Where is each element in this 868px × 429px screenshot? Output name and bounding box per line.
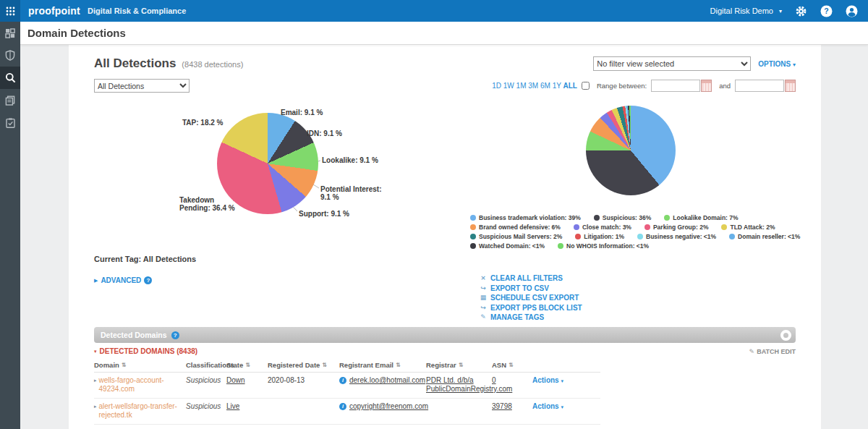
actions-dropdown[interactable]: Actions ▾ (532, 376, 563, 384)
clipboard-check-icon (6, 118, 15, 128)
table-row: ▸wells-fargo-account-49234.comSuspicious… (94, 373, 600, 399)
column-label: Registered Date (268, 361, 320, 369)
action-link-clear-all-filters[interactable]: ×CLEAR ALL FILTERS (480, 273, 582, 284)
range-preset-1y[interactable]: 1Y (553, 82, 561, 90)
legend-item[interactable]: TLD Attack: 2% (721, 224, 775, 231)
registrant-email-link[interactable]: copyright@freenom.com (349, 402, 428, 411)
info-icon[interactable]: i (339, 403, 346, 410)
sidebar-item-tasks[interactable] (0, 111, 20, 134)
legend-item[interactable]: Business trademark violation: 39% (470, 214, 581, 221)
sort-icon[interactable]: ⇅ (396, 362, 401, 368)
action-label: EXPORT PPS BLOCK LIST (490, 303, 582, 313)
legend-dot-icon (575, 234, 581, 239)
svg-text:?: ? (824, 7, 828, 15)
classification-value: Suspicious (186, 402, 221, 410)
action-link-export-pps-block-list[interactable]: ↪EXPORT PPS BLOCK LIST (480, 303, 582, 313)
sidebar-item-brand-protection[interactable] (0, 44, 20, 67)
sort-icon[interactable]: ⇅ (509, 362, 514, 368)
domain-cell: ▸wells-fargo-account-49234.com (94, 376, 186, 394)
legend-dot-icon (664, 215, 670, 221)
info-icon[interactable]: ? (171, 331, 179, 339)
legend-dot-icon (594, 215, 600, 221)
detected-domains-bar[interactable]: Detected Domains ? (94, 327, 796, 343)
legend-dot-icon (637, 234, 643, 239)
legend-item[interactable]: Brand owned defensive: 6% (470, 224, 561, 231)
legend-item[interactable]: Watched Domain: <1% (470, 242, 545, 250)
range-between-checkbox[interactable] (582, 82, 590, 90)
range-start-input[interactable] (651, 80, 700, 92)
range-preset-all[interactable]: ALL (563, 82, 576, 90)
sidebar-item-reports[interactable] (0, 89, 20, 111)
table-header-row: Domain⇅ClassificationsState⇅Registered D… (94, 361, 600, 373)
sort-icon[interactable]: ⇅ (459, 362, 464, 368)
legend-item[interactable]: Close match: 3% (574, 224, 631, 231)
domain-link[interactable]: alert-wellsfargo-transfer-rejected.tk (99, 402, 180, 420)
options-menu[interactable]: OPTIONS ▾ (758, 60, 796, 68)
asn-link[interactable]: 0 (492, 376, 496, 384)
legend-item[interactable]: Lookalike Domain: 7% (664, 214, 738, 221)
legend-item[interactable]: Suspicious: 36% (594, 214, 652, 221)
action-link-schedule-csv-export[interactable]: ▦SCHEDULE CSV EXPORT (480, 293, 582, 303)
info-icon[interactable]: i (339, 377, 346, 384)
range-preset-6m[interactable]: 6M (540, 82, 550, 90)
range-preset-1d[interactable]: 1D (492, 82, 501, 90)
batch-edit-label: BATCH EDIT (757, 348, 796, 355)
page-title: Domain Detections (27, 27, 126, 39)
charts-row: Email: 9.1 % IDN: 9.1 % Lookalike: 9.1 %… (94, 100, 796, 245)
state-link[interactable]: Down (226, 376, 245, 384)
sort-icon[interactable]: ⇅ (322, 362, 327, 368)
collapse-toggle-icon[interactable] (780, 330, 791, 341)
legend-item[interactable]: Parking Group: 2% (644, 224, 709, 231)
sidebar-item-search-detections[interactable] (0, 67, 20, 89)
app-launcher-grid-icon[interactable] (0, 0, 20, 22)
detections-filter-select[interactable]: All Detections (94, 79, 190, 93)
expand-row-icon[interactable]: ▸ (94, 402, 97, 420)
domain-link[interactable]: wells-fargo-account-49234.com (99, 376, 180, 394)
column-header-registered-date: Registered Date⇅ (268, 361, 339, 369)
info-icon[interactable]: ? (144, 276, 152, 284)
brand-logo[interactable]: proofpoint (28, 5, 80, 17)
calendar-icon[interactable] (785, 80, 796, 92)
action-link-manage-tags[interactable]: ✎MANAGE TAGS (480, 313, 582, 323)
column-header-asn: ASN⇅ (492, 361, 532, 369)
settings-gear-icon[interactable] (795, 5, 807, 17)
pie-label: Lookalike: 9.1 % (322, 156, 378, 164)
pie-label: Email: 9.1 % (281, 109, 323, 116)
range-preset-3m[interactable]: 3M (528, 82, 538, 90)
sort-icon[interactable]: ⇅ (245, 362, 250, 368)
range-preset-1w[interactable]: 1W (503, 82, 514, 90)
legend-item[interactable]: Suspicious Mail Servers: 2% (470, 233, 562, 240)
expand-row-icon[interactable]: ▸ (94, 376, 97, 394)
range-preset-1m[interactable]: 1M (516, 82, 527, 90)
asn-link[interactable]: 39798 (492, 402, 512, 410)
action-link-export-to-csv[interactable]: ↪EXPORT TO CSV (480, 284, 582, 294)
legend-item[interactable]: Domain reseller: <1% (729, 233, 800, 240)
help-icon[interactable]: ? (820, 5, 833, 17)
classifications-pie-chart (586, 106, 676, 195)
user-avatar-icon[interactable] (846, 5, 858, 17)
calendar-icon[interactable] (701, 80, 712, 92)
legend-item[interactable]: Business negative: <1% (637, 233, 716, 240)
column-header-actions (532, 361, 590, 369)
legend-label: Litigation: 1% (584, 233, 624, 240)
range-end-input[interactable] (735, 80, 784, 92)
top-navbar: proofpoint Digital Risk & Compliance Dig… (0, 0, 868, 22)
registrant-email-link[interactable]: derek.loo@hotmail.com (349, 376, 425, 385)
advanced-toggle[interactable]: ▶ ADVANCED ? (94, 276, 152, 284)
detected-domains-section-toggle[interactable]: ▾ DETECTED DOMAINS (8438) (94, 347, 197, 355)
registrant-email-cell: iderek.loo@hotmail.com (339, 376, 426, 385)
actions-dropdown[interactable]: Actions ▾ (532, 402, 563, 410)
legend-label: Suspicious: 36% (603, 214, 652, 221)
legend-item[interactable]: No WHOIS Information: <1% (558, 242, 649, 250)
action-label: MANAGE TAGS (490, 313, 544, 323)
filter-view-select[interactable]: No filter view selected (593, 56, 751, 71)
chevron-down-icon: ▾ (561, 404, 563, 409)
legend-label: TLD Attack: 2% (730, 224, 775, 231)
batch-edit-button[interactable]: ✎ BATCH EDIT (749, 348, 796, 355)
account-menu[interactable]: Digital Risk Demo ▾ (710, 7, 782, 15)
state-link[interactable]: Live (226, 402, 239, 410)
legend-item[interactable]: Litigation: 1% (575, 233, 624, 240)
sort-icon[interactable]: ⇅ (122, 362, 127, 368)
actions-label: Actions (532, 376, 561, 384)
sidebar-item-dashboard[interactable] (0, 22, 20, 44)
